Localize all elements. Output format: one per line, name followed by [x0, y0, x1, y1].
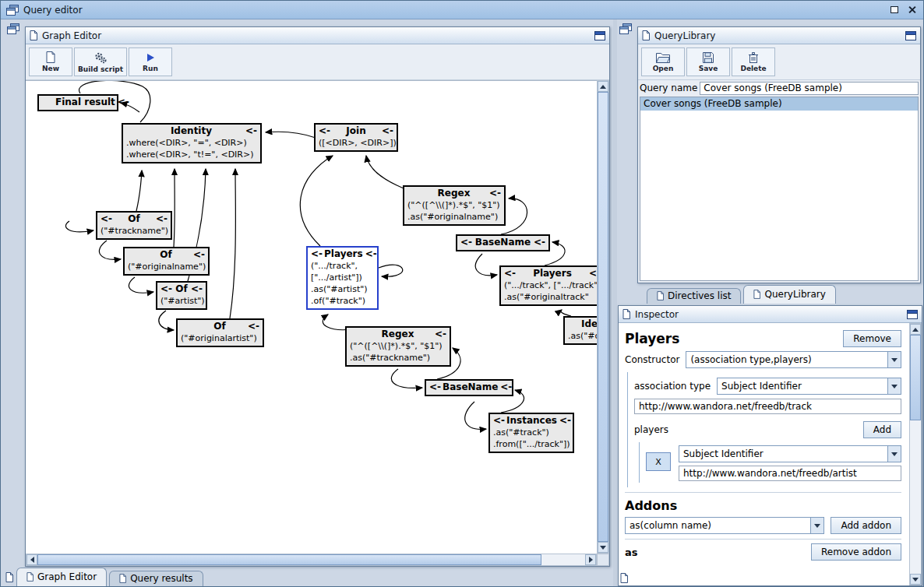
chevron-down-icon[interactable] — [887, 378, 901, 394]
inspector-node-title: Players — [625, 331, 679, 346]
node-line: .where(<DIR>, "t!=", <DIR>) — [123, 149, 260, 160]
node-input-arrow: <- — [191, 283, 203, 295]
graph-node-of-originalartist[interactable]: Of<-("#originalartist") — [176, 318, 264, 347]
chevron-down-icon[interactable] — [887, 446, 901, 462]
player-type-combo[interactable]: Subject Identifier — [679, 445, 901, 462]
graph-canvas[interactable]: Final result<-Identity<-.where(<DIR>, "=… — [26, 80, 597, 554]
window-titlebar[interactable]: Query editor — [1, 1, 923, 19]
graph-node-of-originalname[interactable]: Of<-("#originalname") — [123, 247, 210, 276]
tab-directives-list[interactable]: Directives list — [647, 288, 741, 304]
graph-vertical-scrollbar[interactable] — [597, 80, 609, 554]
document-icon[interactable] — [620, 573, 628, 583]
node-line: ("#trackname") — [97, 225, 171, 237]
graph-node-of-artist[interactable]: <-Of<-("#artist") — [156, 281, 207, 310]
node-input-arrow: <- — [500, 381, 511, 393]
scrollbar-thumb[interactable] — [37, 554, 541, 565]
node-title: Instances — [506, 415, 557, 427]
scrollbar-track[interactable] — [910, 335, 921, 574]
graph-node-instances[interactable]: <-Instances<-.as("#track").from([".../tr… — [488, 413, 574, 453]
node-input-arrow: <- — [429, 381, 440, 393]
player-type-value: Subject Identifier — [679, 448, 887, 459]
scroll-down-button[interactable] — [910, 574, 921, 585]
query-list-item[interactable]: Cover songs (FreeDB sample) — [640, 97, 918, 111]
maximize-frame-button[interactable] — [594, 31, 605, 40]
split-divider[interactable] — [613, 19, 617, 586]
node-title: Identity — [139, 125, 243, 137]
scroll-up-button[interactable] — [598, 81, 608, 92]
restore-windows-icon[interactable] — [7, 23, 19, 34]
scrollbar-track[interactable] — [598, 92, 608, 542]
chevron-down-icon[interactable] — [810, 518, 823, 533]
graph-node-basename-1[interactable]: <-BaseName<- — [456, 234, 550, 251]
window-maximize-icon — [594, 31, 605, 40]
left-arrow-icon — [30, 557, 34, 563]
graph-node-players-selected[interactable]: <-Players<-(".../track",[".../artist"]).… — [306, 246, 379, 310]
maximize-frame-button[interactable] — [905, 31, 916, 40]
remove-addon-button[interactable]: Remove addon — [811, 543, 901, 561]
association-type-si-field[interactable]: http://www.wandora.net/freedb/track — [634, 399, 901, 414]
remove-button[interactable]: Remove — [843, 330, 901, 347]
scrollbar-thumb[interactable] — [598, 92, 608, 542]
query-editor-window: Query editor Graph Editor New — [0, 0, 924, 587]
inspector-titlebar[interactable]: Inspector — [619, 306, 922, 323]
new-button[interactable]: New — [29, 47, 72, 76]
tab-query-library[interactable]: QueryLibrary — [743, 285, 835, 304]
scroll-up-button[interactable] — [910, 324, 921, 335]
node-input-arrow: <- — [493, 415, 504, 427]
scrollbar-thumb[interactable] — [910, 335, 921, 420]
graph-node-players-2[interactable]: <-Players<-(".../track", [".../track".as… — [499, 265, 597, 306]
delete-button[interactable]: Delete — [732, 47, 775, 76]
graph-node-of-trackname[interactable]: <-Of<-("#trackname") — [96, 211, 172, 240]
scroll-left-button[interactable] — [26, 554, 37, 565]
node-line: .as("#trackname") — [347, 352, 450, 364]
graph-node-regex-1[interactable]: Regex<-("^([^\\(]*).*$", "$1").as("#orig… — [403, 185, 506, 226]
scroll-right-button[interactable] — [585, 554, 596, 565]
constructor-combo[interactable]: (association type,players) — [686, 351, 901, 368]
open-button[interactable]: Open — [641, 47, 685, 76]
document-icon — [119, 574, 126, 583]
node-line: .as("#or — [565, 330, 597, 342]
graph-node-final-result[interactable]: Final result<- — [37, 94, 118, 111]
inspector-scrollbar[interactable] — [909, 323, 922, 585]
graph-node-identity[interactable]: Identity<-.where(<DIR>, "=", <DIR>).wher… — [122, 123, 262, 163]
save-button[interactable]: Save — [686, 47, 730, 76]
maximize-button[interactable] — [888, 5, 901, 16]
query-name-input[interactable]: Cover songs (FreeDB sample) — [700, 82, 919, 95]
remove-player-button[interactable]: X — [646, 452, 671, 471]
node-input-arrow: <- — [435, 329, 446, 340]
play-icon — [145, 52, 156, 63]
addon-combo[interactable]: as(column name) — [625, 517, 824, 534]
up-arrow-icon — [600, 85, 606, 89]
tab-query-results[interactable]: Query results — [109, 571, 203, 586]
player-si-field[interactable]: http://www.wandora.net/freedb/artist — [679, 466, 901, 481]
close-button[interactable] — [905, 5, 918, 16]
node-title: Regex — [421, 188, 487, 199]
chevron-down-icon[interactable] — [887, 352, 901, 367]
build-script-button[interactable]: Build script — [74, 47, 127, 76]
scroll-down-button[interactable] — [598, 542, 608, 553]
add-player-button[interactable]: Add — [863, 421, 901, 438]
graph-horizontal-scrollbar[interactable] — [26, 554, 597, 566]
document-icon[interactable] — [5, 572, 13, 582]
scrollbar-track[interactable] — [37, 554, 585, 565]
graph-node-join[interactable]: <-Join<-([<DIR>, <DIR>]) — [314, 123, 398, 152]
restore-windows-icon[interactable] — [619, 23, 632, 34]
graph-node-regex-2[interactable]: Regex<-("^([^\\(]*).*$", "$1").as("#trac… — [345, 326, 451, 367]
document-icon — [753, 290, 760, 299]
open-button-label: Open — [650, 65, 677, 72]
query-list[interactable]: Cover songs (FreeDB sample) — [640, 97, 919, 281]
node-line: ("^([^\\(]*).*$", "$1") — [404, 199, 504, 211]
query-library-titlebar[interactable]: QueryLibrary — [638, 27, 920, 44]
add-addon-button[interactable]: Add addon — [831, 517, 901, 534]
maximize-frame-button[interactable] — [907, 310, 918, 319]
graph-node-identity-clipped[interactable]: Ide.as("#or — [563, 316, 597, 345]
window-maximize-icon — [905, 31, 916, 40]
node-input-arrow: <- — [489, 188, 501, 199]
frame-title: QueryLibrary — [654, 30, 715, 41]
graph-node-basename-2[interactable]: <-BaseName<- — [425, 379, 513, 396]
graph-editor-titlebar[interactable]: Graph Editor — [26, 27, 609, 44]
run-button[interactable]: Run — [129, 47, 172, 76]
tab-graph-editor[interactable]: Graph Editor — [16, 568, 107, 586]
save-button-label: Save — [696, 65, 721, 72]
association-type-combo[interactable]: Subject Identifier — [717, 378, 901, 395]
